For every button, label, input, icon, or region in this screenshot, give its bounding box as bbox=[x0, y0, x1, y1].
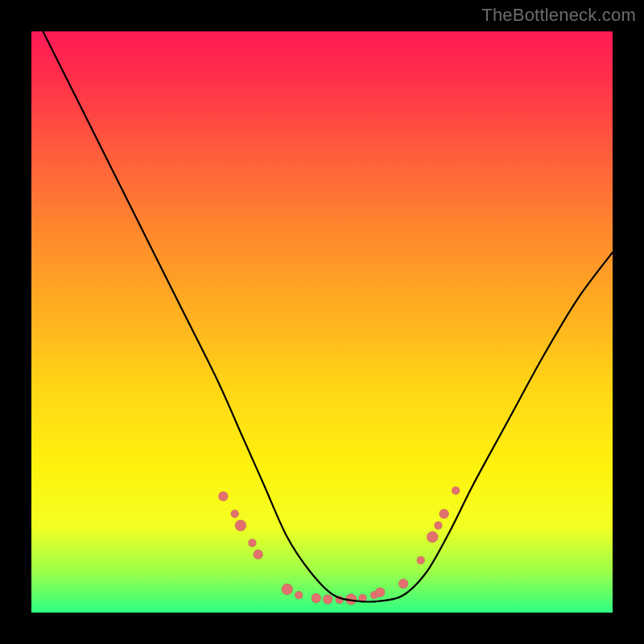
data-marker bbox=[323, 594, 332, 604]
data-marker bbox=[295, 591, 303, 599]
data-marker bbox=[398, 579, 408, 588]
data-marker bbox=[218, 492, 228, 502]
chart-frame: TheBottleneck.com bbox=[0, 0, 644, 644]
plot-area bbox=[31, 31, 613, 613]
data-marker bbox=[312, 593, 321, 603]
bottleneck-curve bbox=[43, 31, 613, 602]
data-marker bbox=[452, 486, 460, 494]
data-marker bbox=[282, 584, 293, 595]
data-marker bbox=[231, 510, 239, 518]
data-marker bbox=[434, 522, 442, 530]
data-marker bbox=[417, 556, 425, 564]
chart-svg bbox=[31, 31, 613, 613]
data-marker bbox=[375, 588, 385, 597]
data-marker bbox=[440, 509, 449, 518]
data-marker bbox=[235, 520, 246, 531]
watermark-text: TheBottleneck.com bbox=[481, 5, 636, 26]
data-marker bbox=[248, 539, 256, 547]
data-marker bbox=[427, 531, 438, 543]
markers-group bbox=[218, 486, 460, 605]
data-marker bbox=[254, 550, 263, 559]
